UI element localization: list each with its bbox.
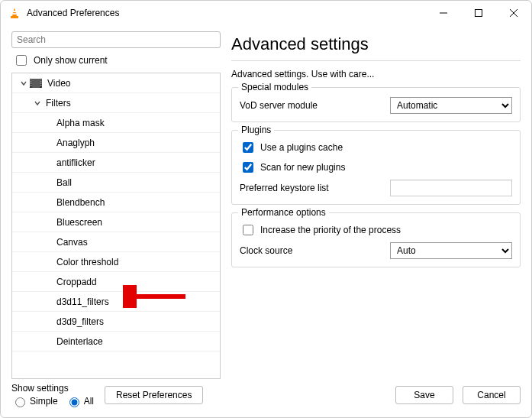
page-subtitle: Advanced settings. Use with care... bbox=[231, 69, 521, 79]
tree-item-filters[interactable]: Filters bbox=[12, 93, 220, 113]
tree-item-label: Canvas bbox=[56, 237, 88, 248]
tree-item-label: Croppadd bbox=[56, 277, 97, 287]
tree-item-video[interactable]: Video bbox=[12, 73, 220, 93]
increase-priority-label: Increase the priority of the process bbox=[260, 225, 401, 235]
svg-rect-16 bbox=[40, 81, 42, 82]
tree-item-canvas[interactable]: Canvas bbox=[12, 232, 220, 252]
bottom-bar: Show settings Simple All Reset Preferenc… bbox=[1, 379, 531, 417]
minimize-button[interactable] bbox=[426, 1, 461, 25]
tree-item-alpha-mask[interactable]: Alpha mask bbox=[12, 113, 220, 133]
close-button[interactable] bbox=[496, 1, 531, 25]
scan-new-plugins-checkbox[interactable] bbox=[243, 162, 253, 173]
svg-rect-12 bbox=[31, 81, 32, 82]
tree-item-label: Blendbench bbox=[56, 197, 105, 208]
svg-rect-17 bbox=[40, 83, 42, 83]
tree-item-color-threshold[interactable]: Color threshold bbox=[12, 252, 220, 272]
all-radio[interactable] bbox=[69, 397, 79, 407]
preferred-keystore-label: Preferred keystore list bbox=[240, 183, 382, 193]
svg-rect-3 bbox=[11, 16, 18, 18]
tree-item-croppadd[interactable]: Croppadd bbox=[12, 272, 220, 292]
tree-item-antiflicker[interactable]: antiflicker bbox=[12, 153, 220, 173]
tree-item-label: Deinterlace bbox=[56, 336, 103, 347]
film-icon bbox=[29, 78, 43, 89]
preferred-keystore-input[interactable] bbox=[390, 180, 512, 196]
tree-item-label: Alpha mask bbox=[56, 118, 105, 128]
tree-item-label: Color threshold bbox=[56, 257, 118, 267]
only-show-current-checkbox[interactable] bbox=[16, 55, 27, 66]
tree-item-blendbench[interactable]: Blendbench bbox=[12, 193, 220, 212]
titlebar: Advanced Preferences bbox=[1, 1, 531, 25]
content: Only show current Video Filters Alpha ma… bbox=[1, 25, 531, 379]
simple-radio-label[interactable]: Simple bbox=[11, 395, 58, 407]
scan-new-plugins-label: Scan for new plugins bbox=[260, 162, 345, 173]
tree-item-anaglyph[interactable]: Anaglyph bbox=[12, 133, 220, 153]
window-title: Advanced Preferences bbox=[27, 8, 119, 18]
increase-priority-checkbox[interactable] bbox=[243, 225, 253, 235]
svg-rect-15 bbox=[40, 79, 42, 80]
tree-item-label: Bluescreen bbox=[56, 217, 102, 228]
svg-rect-18 bbox=[40, 84, 42, 85]
only-show-current-label: Only show current bbox=[34, 55, 108, 66]
tree-item-label: Video bbox=[47, 78, 70, 89]
tree-item-ball[interactable]: Ball bbox=[12, 173, 220, 193]
show-settings-label: Show settings bbox=[11, 383, 94, 394]
group-title: Performance options bbox=[238, 207, 329, 218]
use-plugins-cache-label: Use a plugins cache bbox=[260, 142, 343, 153]
tree-item-bluescreen[interactable]: Bluescreen bbox=[12, 212, 220, 232]
svg-rect-1 bbox=[12, 11, 17, 12]
group-plugins: Plugins Use a plugins cache Scan for new… bbox=[231, 130, 521, 205]
vod-server-module-select[interactable]: Automatic bbox=[390, 97, 512, 114]
vlc-icon bbox=[8, 7, 21, 19]
tree-item-label: Filters bbox=[46, 98, 71, 109]
group-performance: Performance options Increase the priorit… bbox=[231, 212, 521, 267]
left-panel: Only show current Video Filters Alpha ma… bbox=[11, 31, 221, 379]
use-plugins-cache-checkbox[interactable] bbox=[243, 142, 253, 153]
svg-rect-13 bbox=[31, 83, 32, 83]
tree-item-label: Ball bbox=[56, 177, 72, 188]
svg-rect-5 bbox=[476, 10, 482, 17]
tree-item-label: d3d11_filters bbox=[56, 296, 109, 307]
simple-radio[interactable] bbox=[15, 397, 25, 407]
tree-item-deinterlace[interactable]: Deinterlace bbox=[12, 332, 220, 352]
chevron-down-icon bbox=[32, 98, 43, 109]
cancel-button[interactable]: Cancel bbox=[463, 386, 521, 404]
tree-item-label: antiflicker bbox=[56, 157, 95, 168]
page-title: Advanced settings bbox=[231, 34, 521, 54]
chevron-down-icon bbox=[18, 78, 29, 89]
save-button[interactable]: Save bbox=[395, 386, 453, 404]
svg-rect-2 bbox=[13, 13, 17, 15]
all-radio-label[interactable]: All bbox=[66, 395, 94, 407]
search-input[interactable] bbox=[11, 31, 221, 48]
clock-source-label: Clock source bbox=[240, 245, 382, 256]
reset-preferences-button[interactable]: Reset Preferences bbox=[105, 386, 203, 404]
tree-item-d3d11-filters[interactable]: d3d11_filters bbox=[12, 292, 220, 312]
show-settings: Show settings Simple All bbox=[11, 383, 94, 407]
svg-rect-11 bbox=[31, 79, 32, 80]
svg-rect-14 bbox=[31, 84, 32, 85]
tree-item-d3d9-filters[interactable]: d3d9_filters bbox=[12, 312, 220, 332]
tree-item-label: Anaglyph bbox=[56, 138, 95, 148]
group-title: Plugins bbox=[238, 125, 274, 135]
group-title: Special modules bbox=[238, 82, 311, 92]
preferences-tree[interactable]: Video Filters Alpha mask Anaglyph antifl… bbox=[11, 73, 221, 379]
tree-item-label: d3d9_filters bbox=[56, 316, 104, 327]
clock-source-select[interactable]: Auto bbox=[390, 242, 512, 259]
maximize-button[interactable] bbox=[461, 1, 496, 25]
vod-server-module-label: VoD server module bbox=[240, 100, 382, 111]
right-panel: Advanced settings Advanced settings. Use… bbox=[231, 31, 521, 379]
group-special-modules: Special modules VoD server module Automa… bbox=[231, 87, 521, 122]
